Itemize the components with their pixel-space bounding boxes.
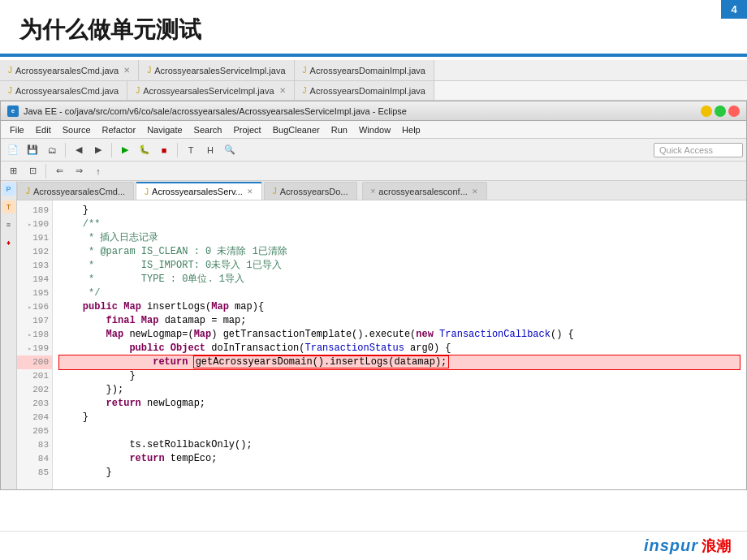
close-icon[interactable]: ✕ <box>279 86 286 95</box>
editor-tab-conf[interactable]: × acrossyearsalesconf... ✕ <box>362 182 487 200</box>
editor-tab-service[interactable]: J AcrossyearsalesServ... ✕ <box>136 182 262 200</box>
code-line-194: * TYPE : 0单位. 1导入 <box>59 273 740 286</box>
top-tab-domain[interactable]: J AcrossyearsDomainImpl.java <box>295 60 434 80</box>
bottom-bar: inspur 浪潮 <box>0 531 747 560</box>
sidebar-type-icon[interactable]: T <box>2 200 15 213</box>
eclipse-icon: e <box>7 106 19 117</box>
toolbar-save-all[interactable]: 🗂 <box>43 142 61 158</box>
second-tab-cmd[interactable]: J AcrossyearsalesCmd.java <box>0 81 127 100</box>
java-icon: J <box>303 86 307 95</box>
editor-tab-domain[interactable]: J AcrossyearsDo... <box>264 182 357 200</box>
second-file-tabs: J AcrossyearsalesCmd.java J Acrossyearsa… <box>0 81 747 101</box>
minimize-button[interactable] <box>701 106 712 117</box>
page-title: 为什么做单元测试 <box>19 15 728 45</box>
menu-bugcleaner[interactable]: BugCleaner <box>267 123 326 136</box>
line-num-202: 202 <box>17 383 52 397</box>
menu-navigate[interactable]: Navigate <box>141 123 188 136</box>
menu-file[interactable]: File <box>4 123 30 136</box>
code-line-193: * IS_IMPORT: 0未导入 1已导入 <box>59 259 740 273</box>
code-line-200: return getAcrossyearsDomain().insertLogs… <box>59 355 740 369</box>
menu-refactor[interactable]: Refactor <box>97 123 142 136</box>
toolbar-up[interactable]: ↑ <box>89 163 107 179</box>
eclipse-window: e Java EE - co/java/src/com/v6/co/sale/a… <box>0 101 747 490</box>
line-num-194: 194 <box>17 273 52 286</box>
line-num-84: 84 <box>17 452 52 466</box>
close-icon[interactable]: ✕ <box>123 66 130 75</box>
close-button[interactable] <box>728 106 740 117</box>
code-line-196: public Map insertLogs(Map map){ <box>59 300 740 314</box>
code-line-191: * 插入日志记录 <box>59 231 740 245</box>
java-icon: J <box>303 66 307 75</box>
top-tab-service[interactable]: J AcrossyearsalesServiceImpl.java <box>139 60 294 80</box>
toolbar-debug[interactable]: 🐛 <box>136 142 153 158</box>
menu-help[interactable]: Help <box>396 123 426 136</box>
line-num-83: 83 <box>17 438 52 452</box>
toolbar-forward[interactable]: ▶ <box>89 142 107 158</box>
menu-run[interactable]: Run <box>326 123 353 136</box>
line-num-196: ▸196 <box>17 300 52 314</box>
eclipse-toolbar2: ⊞ ⊡ ⇐ ⇒ ↑ <box>1 162 746 181</box>
close-icon[interactable]: ✕ <box>247 187 253 196</box>
close-icon[interactable]: ✕ <box>472 187 478 196</box>
window-controls <box>701 106 740 117</box>
sidebar-package-icon[interactable]: P <box>2 183 15 196</box>
toolbar-forward2[interactable]: ⇒ <box>70 163 88 179</box>
line-num-193: 193 <box>17 259 52 273</box>
eclipse-title: Java EE - co/java/src/com/v6/co/sale/acr… <box>24 106 701 116</box>
toolbar-back2[interactable]: ⇐ <box>50 163 68 179</box>
menu-search[interactable]: Search <box>188 123 228 136</box>
toolbar-open-type[interactable]: T <box>182 142 200 158</box>
code-line-85: } <box>59 466 740 480</box>
second-tab-domain[interactable]: J AcrossyearsDomainImpl.java <box>295 81 434 100</box>
toolbar-save[interactable]: 💾 <box>24 142 41 158</box>
maximize-button[interactable] <box>715 106 726 117</box>
second-tab-service[interactable]: J AcrossyearsalesServiceImpl.java ✕ <box>127 81 294 100</box>
menu-edit[interactable]: Edit <box>30 123 57 136</box>
toolbar-separator <box>177 143 178 157</box>
inspur-logo: inspur 浪潮 <box>644 536 731 556</box>
toolbar-back[interactable]: ◀ <box>70 142 88 158</box>
toolbar-run[interactable]: ▶ <box>116 142 134 158</box>
code-line-83: ts.setRollbackOnly(); <box>59 438 740 452</box>
toolbar-search[interactable]: 🔍 <box>221 142 239 158</box>
line-num-190: ▸190 <box>17 218 52 231</box>
sidebar-outline-icon[interactable]: ≡ <box>2 218 15 231</box>
toolbar-new[interactable]: 📄 <box>4 142 22 158</box>
line-num-205: 205 <box>17 424 52 438</box>
top-tab-cmd[interactable]: J AcrossyearsalesCmd.java ✕ <box>0 60 139 80</box>
toolbar-stop[interactable]: ■ <box>155 142 173 158</box>
eclipse-toolbar: 📄 💾 🗂 ◀ ▶ ▶ 🐛 ■ T H 🔍 Quick Access <box>1 139 746 162</box>
java-icon: J <box>8 86 12 95</box>
line-num-199: ▸199 <box>17 342 52 355</box>
code-content[interactable]: } /** * 插入日志记录 * @param IS_CLEAN : 0 未清除… <box>53 200 746 489</box>
top-file-tabs: J AcrossyearsalesCmd.java ✕ J Acrossyear… <box>0 60 747 81</box>
code-line-192: * @param IS_CLEAN : 0 未清除 1已清除 <box>59 245 740 259</box>
line-num-197: 197 <box>17 314 52 328</box>
menu-source[interactable]: Source <box>57 123 97 136</box>
code-line-202: }); <box>59 383 740 397</box>
toolbar-hierarchy[interactable]: H <box>201 142 219 158</box>
eclipse-menubar: File Edit Source Refactor Navigate Searc… <box>1 121 746 139</box>
line-num-203: 203 <box>17 397 52 411</box>
menu-project[interactable]: Project <box>227 123 266 136</box>
toolbar-view[interactable]: ⊡ <box>24 163 41 179</box>
line-num-192: 192 <box>17 245 52 259</box>
sidebar-bookmark-icon[interactable]: ♦ <box>2 236 15 249</box>
toolbar-separator <box>111 143 112 157</box>
title-area: 为什么做单元测试 <box>0 0 747 54</box>
java-icon: J <box>8 66 12 75</box>
page-number: 4 <box>721 0 747 19</box>
editor-tab-cmd[interactable]: J AcrossyearsalesCmd... <box>17 182 134 200</box>
code-line-189: } <box>59 204 740 218</box>
java-icon: J <box>145 187 149 196</box>
java-icon: J <box>136 86 140 95</box>
java-icon: J <box>26 187 30 196</box>
code-line-201: } <box>59 369 740 383</box>
toolbar-perspective[interactable]: ⊞ <box>4 163 22 179</box>
eclipse-editor-area: P T ≡ ♦ J AcrossyearsalesCmd... J Across… <box>1 181 746 489</box>
code-line-203: return newLogmap; <box>59 397 740 411</box>
quick-access-box[interactable]: Quick Access <box>654 143 743 157</box>
menu-window[interactable]: Window <box>353 123 396 136</box>
code-editor[interactable]: 189 ▸190 191 192 193 194 <box>17 200 746 489</box>
toolbar-separator <box>65 143 66 157</box>
